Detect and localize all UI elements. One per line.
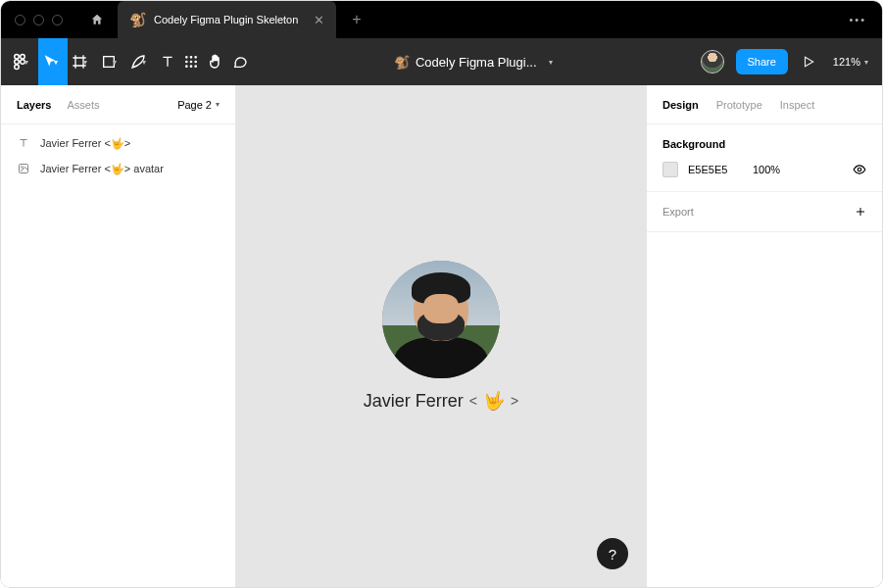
color-swatch[interactable]: [662, 162, 678, 177]
svg-point-11: [195, 61, 196, 62]
inspect-tab[interactable]: Inspect: [780, 99, 814, 111]
main-menu-button[interactable]: ▾: [1, 38, 38, 85]
svg-point-10: [190, 61, 191, 62]
page-label: Page 2: [177, 99, 212, 111]
doc-title-text: Codely Figma Plugi...: [416, 55, 537, 70]
layers-tab[interactable]: Layers: [17, 99, 51, 111]
doc-favicon: 🐒: [394, 55, 410, 70]
user-avatar[interactable]: [701, 50, 724, 74]
present-button[interactable]: [802, 55, 815, 69]
chevron-down-icon: ▾: [83, 58, 87, 67]
chevron-down-icon: ▾: [54, 58, 58, 67]
svg-point-16: [22, 167, 24, 169]
plus-icon: [855, 206, 866, 218]
resources-tool[interactable]: [179, 38, 203, 85]
tab-close-icon[interactable]: ✕: [314, 13, 324, 27]
svg-point-7: [190, 57, 191, 58]
svg-point-9: [186, 61, 187, 62]
close-window-icon[interactable]: [15, 15, 25, 25]
prototype-tab[interactable]: Prototype: [716, 99, 762, 111]
pen-tool[interactable]: ▾: [126, 38, 156, 85]
chevron-down-icon: ▾: [549, 58, 553, 67]
chevron-down-icon: ▾: [216, 100, 220, 109]
svg-point-2: [15, 60, 20, 65]
layer-label: Javier Ferrer <🤟> avatar: [40, 163, 164, 175]
caption-name: Javier Ferrer: [364, 391, 464, 412]
layer-item[interactable]: Javier Ferrer <🤟>: [1, 130, 235, 156]
chevron-down-icon: ▾: [25, 58, 28, 67]
visibility-toggle[interactable]: [853, 163, 866, 176]
svg-point-0: [15, 55, 20, 60]
section-title: Background: [662, 138, 866, 150]
home-icon: [90, 13, 104, 26]
page-selector[interactable]: Page 2 ▾: [177, 99, 220, 111]
eye-icon: [853, 163, 866, 176]
more-menu-button[interactable]: •••: [833, 14, 882, 25]
zoom-value: 121%: [833, 56, 860, 68]
shape-tool[interactable]: ▾: [97, 38, 126, 85]
svg-point-12: [186, 66, 187, 67]
add-export-button[interactable]: [855, 206, 866, 218]
chevron-down-icon: ▾: [142, 58, 146, 67]
assets-tab[interactable]: Assets: [67, 99, 99, 111]
chevron-down-icon: ▾: [113, 58, 117, 67]
comment-icon: [232, 54, 248, 70]
design-tab[interactable]: Design: [662, 99, 699, 111]
comment-tool[interactable]: [228, 38, 252, 85]
left-panel: Layers Assets Page 2 ▾ Javier Ferrer <🤟>: [1, 85, 236, 587]
play-icon: [802, 55, 815, 69]
tab-title: Codely Figma Plugin Skeleton: [154, 14, 298, 25]
chevron-down-icon: ▾: [864, 58, 868, 67]
svg-point-4: [15, 65, 20, 70]
section-title: Export: [662, 206, 694, 218]
layer-label: Javier Ferrer <🤟>: [40, 137, 130, 150]
zoom-dropdown[interactable]: 121% ▾: [833, 56, 868, 68]
svg-point-13: [190, 66, 191, 67]
color-opacity[interactable]: 100%: [753, 164, 792, 175]
file-tab[interactable]: 🐒 Codely Figma Plugin Skeleton ✕: [118, 1, 336, 38]
tab-favicon: 🐒: [129, 12, 146, 27]
window-controls[interactable]: [1, 15, 76, 25]
image-layer-icon: [17, 162, 30, 175]
hand-tool[interactable]: [203, 38, 228, 85]
text-tool[interactable]: [156, 38, 179, 85]
minimize-window-icon[interactable]: [33, 15, 44, 25]
svg-point-8: [195, 57, 196, 58]
frame-tool[interactable]: ▾: [68, 38, 97, 85]
resources-icon: [183, 54, 199, 70]
hand-icon: [207, 53, 224, 71]
text-icon: [160, 54, 175, 70]
help-button[interactable]: ?: [597, 538, 628, 569]
new-tab-button[interactable]: +: [336, 11, 376, 28]
toolbar: ▾ ▾ ▾ ▾ ▾ 🐒 Code: [1, 38, 882, 85]
svg-point-17: [858, 168, 861, 172]
avatar-image[interactable]: [382, 261, 500, 378]
document-title[interactable]: 🐒 Codely Figma Plugi... ▾: [252, 55, 701, 70]
text-layer-icon: [17, 136, 30, 150]
background-section: Background E5E5E5 100%: [647, 124, 882, 192]
maximize-window-icon[interactable]: [52, 15, 63, 25]
right-panel: Design Prototype Inspect Background E5E5…: [646, 85, 882, 587]
canvas[interactable]: Javier Ferrer < 🤟 > ?: [236, 85, 646, 587]
color-hex[interactable]: E5E5E5: [688, 164, 743, 175]
share-button[interactable]: Share: [736, 49, 788, 74]
move-tool[interactable]: ▾: [38, 38, 68, 85]
svg-point-6: [186, 57, 187, 58]
export-section: Export: [647, 192, 882, 232]
window-titlebar: 🐒 Codely Figma Plugin Skeleton ✕ + •••: [1, 1, 882, 38]
canvas-content: Javier Ferrer < 🤟 >: [364, 261, 518, 412]
canvas-text[interactable]: Javier Ferrer < 🤟 >: [364, 390, 518, 412]
home-button[interactable]: [76, 13, 118, 26]
svg-point-14: [195, 66, 196, 67]
layer-item[interactable]: Javier Ferrer <🤟> avatar: [1, 156, 235, 181]
